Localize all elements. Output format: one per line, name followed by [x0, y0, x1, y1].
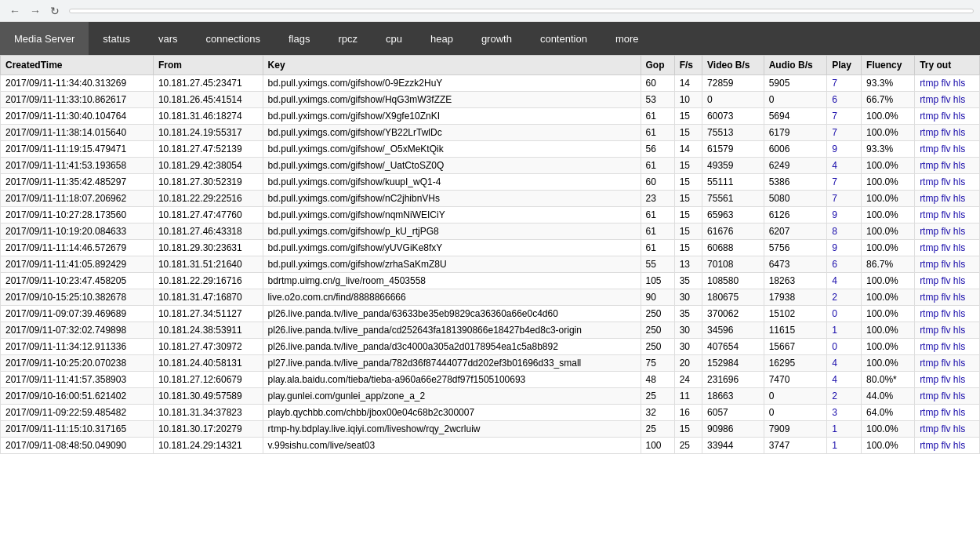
tryout-link-flv[interactable]: flv [941, 193, 950, 204]
tryout-link-flv[interactable]: flv [941, 391, 950, 401]
tryout-link-flv[interactable]: flv [941, 308, 950, 319]
tryout-link-hls[interactable]: hls [953, 94, 965, 105]
play-link[interactable]: 8 [832, 226, 837, 237]
tryout-link-rtmp[interactable]: rtmp [920, 193, 938, 204]
play-link[interactable]: 9 [832, 242, 837, 253]
tryout-link-flv[interactable]: flv [941, 407, 950, 418]
tryout-link-hls[interactable]: hls [953, 423, 965, 434]
address-bar[interactable] [69, 9, 974, 13]
tryout-link-rtmp[interactable]: rtmp [920, 209, 938, 220]
tryout-link-rtmp[interactable]: rtmp [920, 144, 938, 154]
tryout-link-flv[interactable]: flv [941, 242, 950, 253]
tryout-link-flv[interactable]: flv [941, 259, 950, 270]
play-link[interactable]: 7 [832, 176, 837, 187]
nav-item-contention[interactable]: contention [526, 22, 601, 55]
tryout-link-flv[interactable]: flv [941, 358, 950, 369]
tryout-link-flv[interactable]: flv [941, 144, 950, 154]
tryout-link-rtmp[interactable]: rtmp [920, 440, 938, 451]
back-button[interactable]: ← [6, 3, 24, 19]
tryout-link-rtmp[interactable]: rtmp [920, 358, 938, 369]
tryout-link-rtmp[interactable]: rtmp [920, 127, 938, 138]
tryout-link-hls[interactable]: hls [953, 440, 965, 451]
play-link[interactable]: 4 [832, 374, 837, 385]
tryout-link-rtmp[interactable]: rtmp [920, 308, 938, 319]
tryout-link-hls[interactable]: hls [953, 127, 965, 138]
tryout-link-rtmp[interactable]: rtmp [920, 292, 938, 303]
tryout-link-flv[interactable]: flv [941, 275, 950, 286]
browser-nav-buttons[interactable]: ← → ↻ [6, 3, 63, 19]
tryout-link-rtmp[interactable]: rtmp [920, 325, 938, 336]
tryout-link-hls[interactable]: hls [953, 160, 965, 171]
tryout-link-hls[interactable]: hls [953, 78, 965, 89]
play-link[interactable]: 2 [832, 391, 837, 401]
play-link[interactable]: 9 [832, 209, 837, 220]
tryout-link-flv[interactable]: flv [941, 160, 950, 171]
play-link[interactable]: 1 [832, 440, 837, 451]
tryout-link-rtmp[interactable]: rtmp [920, 176, 938, 187]
tryout-link-flv[interactable]: flv [941, 111, 950, 122]
play-link[interactable]: 4 [832, 160, 837, 171]
tryout-link-hls[interactable]: hls [953, 341, 965, 352]
nav-item-vars[interactable]: vars [144, 22, 192, 55]
tryout-link-rtmp[interactable]: rtmp [920, 423, 938, 434]
tryout-link-flv[interactable]: flv [941, 292, 950, 303]
tryout-link-hls[interactable]: hls [953, 275, 965, 286]
tryout-link-rtmp[interactable]: rtmp [920, 275, 938, 286]
play-link[interactable]: 2 [832, 292, 837, 303]
tryout-link-flv[interactable]: flv [941, 374, 950, 385]
tryout-link-hls[interactable]: hls [953, 226, 965, 237]
tryout-link-hls[interactable]: hls [953, 242, 965, 253]
refresh-button[interactable]: ↻ [47, 3, 63, 19]
tryout-link-hls[interactable]: hls [953, 111, 965, 122]
nav-item-cpu[interactable]: cpu [372, 22, 416, 55]
tryout-link-flv[interactable]: flv [941, 94, 950, 105]
tryout-link-flv[interactable]: flv [941, 127, 950, 138]
tryout-link-hls[interactable]: hls [953, 259, 965, 270]
forward-button[interactable]: → [27, 3, 44, 19]
nav-item-more[interactable]: more [601, 22, 653, 55]
play-link[interactable]: 9 [832, 144, 837, 154]
play-link[interactable]: 6 [832, 94, 837, 105]
nav-item-Media-Server[interactable]: Media Server [0, 22, 89, 55]
tryout-link-rtmp[interactable]: rtmp [920, 407, 938, 418]
tryout-link-rtmp[interactable]: rtmp [920, 341, 938, 352]
tryout-link-rtmp[interactable]: rtmp [920, 242, 938, 253]
tryout-link-hls[interactable]: hls [953, 325, 965, 336]
tryout-link-flv[interactable]: flv [941, 341, 950, 352]
tryout-link-hls[interactable]: hls [953, 391, 965, 401]
play-link[interactable]: 7 [832, 193, 837, 204]
tryout-link-rtmp[interactable]: rtmp [920, 78, 938, 89]
nav-item-flags[interactable]: flags [274, 22, 324, 55]
tryout-link-rtmp[interactable]: rtmp [920, 111, 938, 122]
tryout-link-hls[interactable]: hls [953, 144, 965, 154]
nav-item-heap[interactable]: heap [416, 22, 467, 55]
tryout-link-flv[interactable]: flv [941, 78, 950, 89]
play-link[interactable]: 3 [832, 407, 837, 418]
tryout-link-hls[interactable]: hls [953, 292, 965, 303]
play-link[interactable]: 7 [832, 127, 837, 138]
tryout-link-hls[interactable]: hls [953, 176, 965, 187]
tryout-link-hls[interactable]: hls [953, 358, 965, 369]
play-link[interactable]: 6 [832, 259, 837, 270]
nav-item-growth[interactable]: growth [467, 22, 526, 55]
tryout-link-rtmp[interactable]: rtmp [920, 226, 938, 237]
play-link[interactable]: 1 [832, 423, 837, 434]
tryout-link-hls[interactable]: hls [953, 193, 965, 204]
tryout-link-hls[interactable]: hls [953, 308, 965, 319]
tryout-link-flv[interactable]: flv [941, 423, 950, 434]
play-link[interactable]: 7 [832, 78, 837, 89]
tryout-link-flv[interactable]: flv [941, 176, 950, 187]
nav-item-status[interactable]: status [89, 22, 144, 55]
play-link[interactable]: 4 [832, 358, 837, 369]
nav-item-rpcz[interactable]: rpcz [324, 22, 372, 55]
tryout-link-hls[interactable]: hls [953, 407, 965, 418]
tryout-link-flv[interactable]: flv [941, 325, 950, 336]
play-link[interactable]: 0 [832, 308, 837, 319]
tryout-link-rtmp[interactable]: rtmp [920, 94, 938, 105]
tryout-link-flv[interactable]: flv [941, 226, 950, 237]
tryout-link-rtmp[interactable]: rtmp [920, 374, 938, 385]
nav-item-connections[interactable]: connections [192, 22, 274, 55]
tryout-link-flv[interactable]: flv [941, 209, 950, 220]
tryout-link-rtmp[interactable]: rtmp [920, 259, 938, 270]
tryout-link-hls[interactable]: hls [953, 374, 965, 385]
